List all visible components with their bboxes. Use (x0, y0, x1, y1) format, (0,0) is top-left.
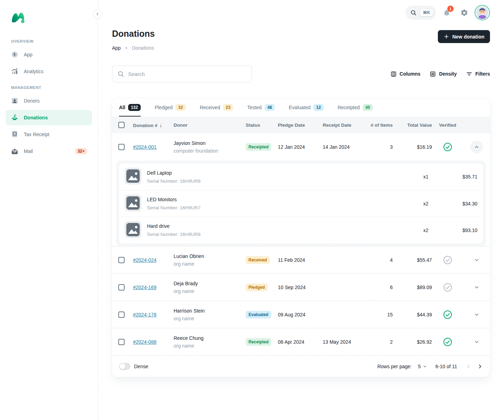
notifications-button[interactable]: 1 (440, 6, 454, 20)
sidebar-item-donors[interactable]: Donors (6, 93, 92, 108)
total-value: $55.47 (393, 257, 432, 263)
nav-section-overview: OVERVIEW (6, 39, 92, 43)
dense-label: Dense (134, 364, 148, 369)
columns-button[interactable]: Columns (390, 71, 421, 77)
sidebar-item-donations[interactable]: Donations (6, 110, 92, 125)
donors-icon (10, 97, 19, 105)
collapse-row-button[interactable] (470, 141, 483, 153)
next-page-button[interactable] (477, 363, 483, 370)
keyboard-shortcut-badge: ⌘K (420, 9, 433, 16)
filters-button[interactable]: Filters (466, 71, 490, 77)
notification-count-badge: 1 (447, 6, 454, 12)
chevron-down-icon (474, 257, 479, 263)
row-checkbox[interactable] (118, 284, 125, 290)
user-avatar[interactable] (475, 5, 490, 20)
density-button[interactable]: Density (429, 71, 457, 77)
sidebar-item-analytics[interactable]: Analytics (6, 64, 92, 79)
table-row: #2024-169 Deja Brady org name Pledged 10… (112, 273, 490, 301)
table-header-row: Donation #↓ Donor Status Pledge Date Rec… (112, 117, 490, 133)
previous-page-button[interactable] (465, 363, 472, 370)
chevron-down-icon (423, 364, 427, 369)
donor-name: Lucian Obrien (174, 253, 246, 259)
app-logo[interactable] (6, 10, 92, 25)
pledge-date: 11 Feb 2024 (278, 257, 323, 263)
item-name: LED Monitors (147, 197, 386, 202)
search-input[interactable] (128, 71, 247, 77)
tab-count-badge: 32 (175, 104, 186, 111)
item-serial: Serial Number: 16H9UR7 (147, 205, 386, 210)
items-count: 6 (368, 285, 393, 290)
rows-per-page-select[interactable]: 5 (418, 364, 427, 369)
expand-row-button[interactable] (470, 308, 483, 321)
expand-row-button[interactable] (470, 336, 483, 348)
density-icon (429, 71, 436, 77)
pledge-date: 09 Aug 2024 (278, 312, 323, 317)
settings-button[interactable] (457, 6, 471, 20)
chevron-down-icon (474, 312, 479, 317)
table-row: #2024-024 Lucian Obrien org name Receive… (112, 246, 490, 273)
column-header-donation[interactable]: Donation #↓ (133, 122, 174, 128)
column-header-receipt-date[interactable]: Receipt Date (323, 122, 368, 128)
item-value: $35.71 (428, 174, 477, 180)
tab-tested[interactable]: Tested 48 (247, 98, 275, 117)
donor-org: org name (174, 343, 246, 349)
chevron-left-icon (465, 363, 472, 370)
item-value: $93.10 (428, 227, 477, 233)
donation-id-link[interactable]: #2024-024 (133, 257, 156, 263)
donation-id-link[interactable]: #2024-178 (133, 312, 156, 317)
column-header-total[interactable]: Total Value (393, 122, 432, 128)
row-checkbox[interactable] (118, 339, 125, 345)
tab-all[interactable]: All 132 (119, 98, 141, 117)
sidebar-item-label: Mail (24, 148, 70, 154)
select-all-checkbox[interactable] (118, 122, 125, 128)
dense-toggle[interactable] (119, 363, 131, 370)
unverified-check-icon (443, 255, 452, 265)
breadcrumb-app[interactable]: App (112, 45, 121, 51)
row-checkbox[interactable] (118, 312, 125, 318)
global-search-button[interactable]: ⌘K (405, 6, 436, 20)
sidebar-item-label: Tax Receipt (24, 132, 87, 137)
donor-org: computer foundation (174, 148, 246, 154)
page-header: Donations App Donations New donation (112, 29, 490, 51)
tab-receipted[interactable]: Receipted 40 (338, 98, 373, 117)
status-badge: Receipted (246, 143, 271, 151)
sidebar-item-tax-receipt[interactable]: $ Tax Receipt (6, 127, 92, 142)
total-value: $26.92 (393, 339, 432, 345)
column-header-items[interactable]: # of Items (368, 122, 393, 128)
sidebar-collapse-button[interactable] (93, 9, 102, 19)
tab-count-badge: 132 (128, 104, 141, 111)
verified-check-icon (443, 337, 452, 346)
item-image-placeholder-icon (125, 195, 141, 213)
new-donation-button[interactable]: New donation (438, 30, 490, 43)
row-checkbox[interactable] (118, 257, 125, 263)
expand-row-button[interactable] (470, 254, 483, 266)
tab-count-badge: 48 (265, 104, 275, 111)
status-badge: Evaluated (246, 311, 271, 318)
tab-received[interactable]: Received 23 (200, 98, 233, 117)
row-checkbox[interactable] (118, 144, 125, 150)
total-value: $44.39 (393, 312, 432, 317)
donation-id-link[interactable]: #2024-088 (133, 339, 156, 345)
tab-evaluated[interactable]: Evaluated 12 (289, 98, 324, 117)
pagination-range: 6-10 of 11 (435, 364, 457, 369)
hanger-icon (10, 113, 19, 122)
tab-pledged[interactable]: Pledged 32 (155, 98, 186, 117)
expand-row-button[interactable] (470, 281, 483, 294)
column-header-donor[interactable]: Donor (174, 122, 246, 128)
donation-id-link[interactable]: #2024-001 (133, 144, 156, 150)
column-header-status[interactable]: Status (246, 122, 278, 128)
total-value: $16.19 (393, 144, 432, 150)
verified-check-icon (443, 310, 452, 319)
column-header-pledge-date[interactable]: Pledge Date (278, 122, 323, 128)
pledge-date: 10 Sep 2024 (278, 285, 323, 290)
column-header-verified[interactable]: Verified (432, 122, 463, 128)
unverified-check-icon (443, 283, 452, 292)
sidebar-item-app[interactable]: App (6, 47, 92, 62)
search-field[interactable] (112, 65, 252, 82)
donor-name: Reece Chung (174, 335, 246, 341)
items-count: 2 (368, 339, 393, 345)
donation-id-link[interactable]: #2024-169 (133, 285, 156, 290)
sidebar-item-mail[interactable]: Mail 32+ (6, 144, 92, 159)
item-name: Dell Laptop (147, 170, 386, 176)
breadcrumb: App Donations (112, 45, 155, 51)
